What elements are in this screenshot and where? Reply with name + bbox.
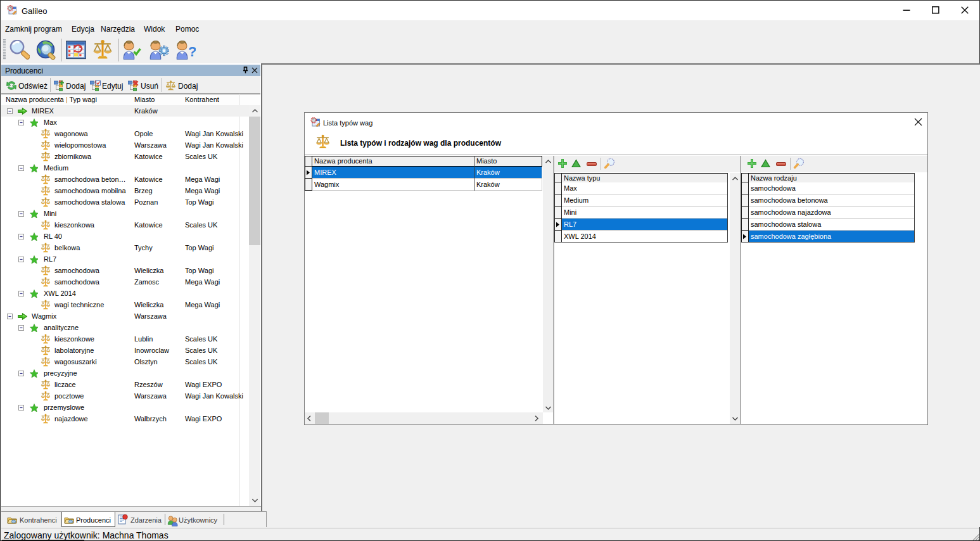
svg-text:?: ? xyxy=(188,44,196,60)
